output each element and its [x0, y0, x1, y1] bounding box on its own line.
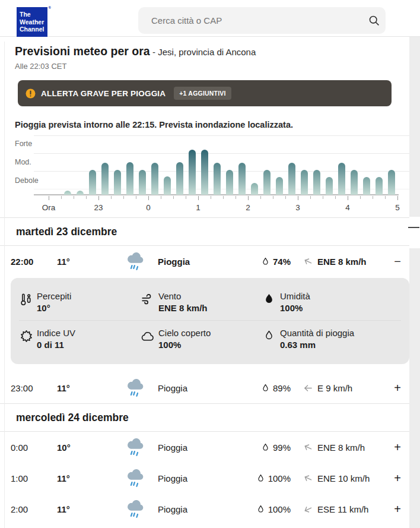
- hour-precip: 74%: [234, 257, 291, 267]
- expand-toggle-button[interactable]: +: [386, 441, 409, 454]
- x-axis-label: 5: [395, 203, 400, 212]
- wind-arrow-icon: [303, 255, 314, 267]
- rain-notice: Pioggia prevista intorno alle 22:15. Pre…: [15, 120, 420, 129]
- detail-value: 10°: [37, 303, 71, 313]
- hour-time: 22:00: [11, 257, 57, 267]
- hour-wind: ENE 8 km/h: [291, 257, 386, 267]
- alert-more-badge[interactable]: +1 AGGIUNTIVI: [174, 87, 231, 100]
- detail-value: 0.63 mm: [280, 340, 354, 350]
- chart-bar: [363, 177, 370, 195]
- expand-toggle-button[interactable]: −: [386, 255, 409, 268]
- detail-label: Vento: [158, 291, 208, 301]
- hour-condition: Pioggia: [152, 442, 234, 453]
- wind-arrow-icon: [303, 441, 314, 453]
- scrollbar-track: [409, 37, 420, 217]
- hour-temp: 10°: [57, 442, 119, 453]
- hour-wind: E 9 km/h: [291, 383, 386, 393]
- chart-bar: [176, 162, 183, 195]
- droplet-icon: [261, 443, 270, 452]
- detail-value: ENE 8 km/h: [158, 303, 208, 313]
- rain-icon: [119, 250, 152, 273]
- chart-bar: [164, 176, 171, 195]
- detail-value: 100%: [158, 340, 211, 350]
- hour-condition: Pioggia: [152, 504, 234, 514]
- scrollbar-track: [409, 248, 420, 528]
- chart-bar: [151, 163, 158, 195]
- logo-line: Channel: [20, 26, 47, 33]
- chart-bars: [49, 135, 399, 195]
- x-axis-label: 23: [94, 203, 103, 212]
- chart-bar: [114, 170, 121, 195]
- chart-bar: [101, 163, 109, 195]
- detail-cell: Cielo coperto 100%: [141, 328, 262, 350]
- logo-line: Weather: [20, 18, 47, 26]
- weather-channel-logo[interactable]: The Weather Channel ®: [17, 7, 47, 37]
- hourly-forecast-list: martedì 23 dicembre 22:00 11° Pioggia 74…: [0, 217, 409, 524]
- chart-bar: [288, 163, 295, 195]
- feels-like-icon: [19, 292, 37, 307]
- hour-precip: 100%: [234, 473, 291, 483]
- chart-bar: [77, 191, 84, 195]
- chart-bar: [326, 177, 333, 195]
- hour-temp: 11°: [57, 383, 119, 393]
- rain-icon: [119, 436, 152, 459]
- detail-label: Quantità di pioggia: [280, 328, 354, 338]
- rain-icon: [119, 498, 152, 520]
- search-input[interactable]: [138, 15, 362, 26]
- weather-page: The Weather Channel ® Previsioni meteo p…: [0, 0, 420, 528]
- chart-bar: [251, 183, 258, 195]
- hourly-row[interactable]: 2:00 11° Pioggia 100% ESE 11 km/h +: [0, 494, 409, 524]
- wind-arrow-icon: [303, 472, 314, 484]
- x-axis-label: 2: [246, 203, 250, 212]
- hour-time: 0:00: [11, 442, 57, 453]
- cloud-cover-icon: [141, 329, 158, 344]
- updated-time: Alle 22:03 CET: [15, 62, 420, 71]
- site-header: The Weather Channel ®: [0, 0, 420, 37]
- x-axis-label: Ora: [42, 203, 56, 212]
- day-heading: martedì 23 dicembre: [0, 217, 409, 246]
- droplet-icon: [261, 384, 270, 393]
- chart-bar: [338, 163, 345, 195]
- hour-condition: Pioggia: [152, 383, 234, 393]
- hour-temp: 11°: [57, 257, 119, 267]
- wind-arrow-icon: [304, 384, 313, 393]
- page-location: - Jesi, provincia di Ancona: [152, 47, 256, 57]
- hourly-row[interactable]: 0:00 10° Pioggia 99% ENE 8 km/h +: [0, 432, 409, 463]
- wind-icon: [141, 292, 158, 307]
- humidity-icon: [262, 292, 280, 306]
- precip-intensity-chart: ForteMod.Debole Ora23012345: [15, 134, 409, 214]
- severe-alert-banner[interactable]: ALLERTA GRAVE PER PIOGGIA +1 AGGIUNTIVI: [18, 80, 392, 106]
- chart-bar: [388, 170, 395, 195]
- hour-condition: Pioggia: [152, 473, 234, 483]
- scrollbar-thumb[interactable]: [408, 227, 419, 228]
- detail-cell: Indice UV 0 di 11: [19, 328, 141, 350]
- hourly-row[interactable]: 22:00 11° Pioggia 74% ENE 8 km/h −: [0, 246, 409, 277]
- detail-cell: Umidità 100%: [262, 291, 384, 313]
- search-icon[interactable]: [362, 14, 386, 27]
- chart-bar: [276, 177, 283, 195]
- hour-time: 23:00: [11, 383, 57, 393]
- detail-value: 0 di 11: [37, 340, 75, 350]
- day-section: mercoledì 24 dicembre 0:00 10° Pioggia 9…: [0, 403, 409, 524]
- uv-index-icon: [19, 329, 37, 344]
- hourly-row[interactable]: 23:00 11° Pioggia 89% E 9 km/h +: [0, 372, 409, 403]
- search-bar[interactable]: [138, 7, 386, 34]
- detail-label: Indice UV: [37, 328, 75, 338]
- chart-bar: [376, 177, 383, 195]
- chart-bar: [89, 170, 96, 195]
- hourly-row[interactable]: 1:00 11° Pioggia 100% ENE 10 km/h +: [0, 463, 409, 494]
- alert-label: ALLERTA GRAVE PER PIOGGIA: [41, 89, 166, 98]
- expand-toggle-button[interactable]: +: [386, 472, 409, 485]
- expand-toggle-button[interactable]: +: [386, 381, 409, 395]
- droplet-icon: [256, 474, 265, 483]
- hour-details-panel: Percepiti 10° Vento ENE 8 km/h Umidità 1…: [11, 278, 409, 364]
- expand-toggle-button[interactable]: +: [386, 502, 409, 516]
- day-heading: mercoledì 24 dicembre: [0, 403, 409, 432]
- droplet-icon: [256, 505, 265, 514]
- detail-value: 100%: [280, 303, 310, 313]
- rain-amount-icon: [262, 329, 280, 343]
- hour-temp: 11°: [57, 473, 119, 483]
- chart-axis-ticks: [49, 196, 399, 201]
- detail-cell: Percepiti 10°: [19, 291, 141, 313]
- x-axis-label: 0: [146, 203, 151, 212]
